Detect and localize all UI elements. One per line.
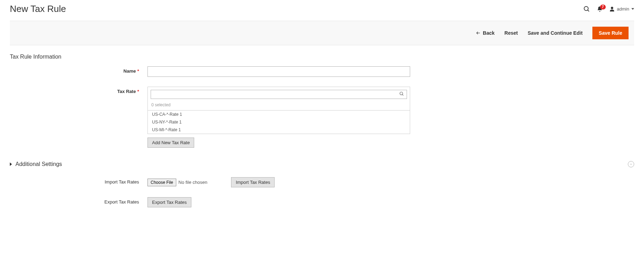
back-button[interactable]: Back <box>476 30 494 36</box>
save-button[interactable]: Save Rule <box>592 27 629 39</box>
name-input[interactable] <box>147 66 410 77</box>
import-tax-rates-button[interactable]: Import Tax Rates <box>231 177 275 187</box>
reset-button[interactable]: Reset <box>505 30 518 36</box>
arrow-left-icon <box>476 31 481 35</box>
account-menu[interactable]: admin <box>609 6 634 12</box>
tax-rate-option[interactable]: US-MI-*-Rate 1 <box>148 126 410 134</box>
tax-rate-option[interactable]: US-CA-*-Rate 1 <box>148 111 410 118</box>
required-asterisk: * <box>137 68 139 74</box>
account-label: admin <box>617 6 629 12</box>
name-label-text: Name <box>124 68 136 74</box>
header-actions: 7 admin <box>583 6 634 13</box>
additional-settings-toggle[interactable]: Additional Settings <box>0 158 644 171</box>
svg-line-1 <box>587 10 589 11</box>
chevron-down-icon <box>631 8 634 10</box>
no-file-text: No file chosen <box>178 180 207 185</box>
page-title: New Tax Rule <box>10 4 66 14</box>
required-asterisk: * <box>137 89 139 94</box>
notification-badge: 7 <box>600 5 606 9</box>
search-button[interactable] <box>583 6 590 13</box>
tax-rate-option[interactable]: US-NY-*-Rate 1 <box>148 118 410 126</box>
name-field-row: Name* <box>10 66 634 77</box>
import-tax-rates-row: Import Tax Rates Choose File No file cho… <box>10 177 634 187</box>
caret-right-icon <box>10 162 12 166</box>
name-label: Name* <box>10 66 147 74</box>
back-label: Back <box>483 30 494 36</box>
export-label: Export Tax Rates <box>10 197 147 205</box>
tax-rate-field-row: Tax Rate* 0 selected US-CA-*-Rate 1 US-N… <box>10 87 634 148</box>
expand-icon <box>628 161 634 167</box>
user-icon <box>609 6 615 12</box>
add-new-tax-rate-button[interactable]: Add New Tax Rate <box>147 138 194 148</box>
tax-rate-options: US-CA-*-Rate 1 US-NY-*-Rate 1 US-MI-*-Ra… <box>148 110 410 134</box>
search-icon <box>583 6 590 13</box>
notification-button[interactable]: 7 <box>597 6 603 12</box>
export-tax-rates-row: Export Tax Rates Export Tax Rates <box>10 197 634 207</box>
choose-file-button[interactable]: Choose File <box>147 179 176 186</box>
svg-point-0 <box>584 6 588 11</box>
selected-count: 0 selected <box>148 102 410 110</box>
export-tax-rates-button[interactable]: Export Tax Rates <box>147 197 191 207</box>
section-info-title: Tax Rule Information <box>10 54 644 60</box>
import-label: Import Tax Rates <box>10 177 147 185</box>
additional-settings-title: Additional Settings <box>15 161 62 167</box>
save-continue-button[interactable]: Save and Continue Edit <box>528 30 583 36</box>
tax-rate-label: Tax Rate* <box>10 87 147 94</box>
tax-rate-multiselect: 0 selected US-CA-*-Rate 1 US-NY-*-Rate 1… <box>147 87 410 134</box>
action-toolbar: Back Reset Save and Continue Edit Save R… <box>10 21 634 45</box>
tax-rate-search-input[interactable] <box>151 90 407 99</box>
tax-rate-label-text: Tax Rate <box>117 89 136 94</box>
